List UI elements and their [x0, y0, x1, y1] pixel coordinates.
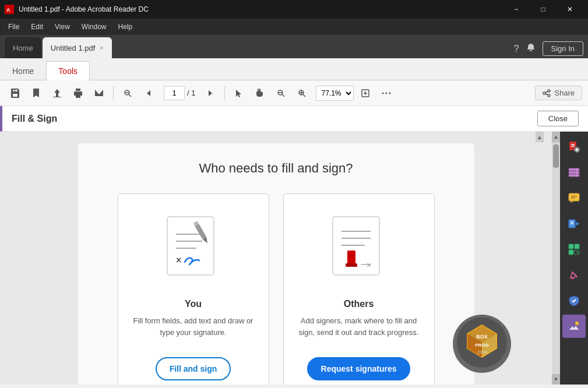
- notification-icon[interactable]: [526, 43, 536, 55]
- zoom-plus-button[interactable]: [293, 84, 311, 103]
- svg-rect-67: [569, 250, 573, 255]
- sidebar-layers[interactable]: [562, 161, 586, 184]
- menu-edit[interactable]: Edit: [25, 20, 49, 33]
- email-button[interactable]: [90, 84, 108, 103]
- toolbar-divider-2: [224, 86, 225, 100]
- close-fill-sign-button[interactable]: Close: [537, 111, 579, 126]
- svg-marker-6: [209, 90, 212, 96]
- fill-sign-title: Fill & Sign: [12, 114, 57, 124]
- content-area: ▲ Who needs to fill and sign?: [0, 132, 552, 385]
- nav-tab-home[interactable]: Home: [0, 61, 46, 80]
- menu-help[interactable]: Help: [112, 20, 139, 33]
- others-card: × Others Add signers, mark where to fill…: [283, 193, 435, 385]
- scroll-down-arrow[interactable]: ▼: [552, 374, 560, 385]
- sidebar-edit-send[interactable]: [562, 212, 586, 235]
- help-icon[interactable]: ?: [514, 44, 519, 54]
- nav-tabs: Home Tools: [0, 58, 588, 80]
- svg-marker-7: [236, 90, 241, 97]
- prev-page-button[interactable]: [139, 84, 158, 103]
- svg-point-18: [389, 92, 391, 94]
- watermark-badge: BOX PROG .COM: [453, 315, 511, 373]
- scrollbar[interactable]: ▲ ▼: [552, 132, 560, 385]
- print-button[interactable]: [69, 84, 87, 103]
- sidebar-export[interactable]: [562, 315, 586, 338]
- right-sidebar: [560, 132, 588, 385]
- svg-rect-37: [346, 263, 357, 267]
- next-page-button[interactable]: [201, 84, 220, 103]
- menu-window[interactable]: Window: [76, 20, 112, 33]
- window-controls: − □ ✕: [503, 0, 583, 19]
- app-icon: A: [5, 5, 14, 14]
- sidebar-pdf-add[interactable]: [562, 135, 586, 158]
- more-tools-button[interactable]: [377, 84, 396, 103]
- svg-rect-54: [569, 168, 579, 171]
- fill-and-sign-button[interactable]: Fill and sign: [156, 357, 231, 380]
- svg-point-17: [386, 92, 388, 94]
- svg-line-69: [577, 251, 578, 253]
- who-title: Who needs to fill and sign?: [101, 161, 451, 176]
- svg-marker-59: [571, 201, 573, 203]
- scroll-up-arrow[interactable]: ▲: [552, 132, 560, 142]
- svg-line-12: [303, 94, 305, 97]
- svg-text:×: ×: [176, 255, 181, 265]
- svg-text:A: A: [6, 7, 10, 13]
- hand-tool-button[interactable]: [251, 84, 269, 103]
- cards-row: × You Fill form fields, add te: [101, 193, 451, 385]
- toolbar-divider-1: [113, 86, 114, 100]
- svg-point-21: [548, 94, 550, 97]
- sidebar-comment[interactable]: [562, 186, 586, 210]
- bookmark-button[interactable]: [27, 84, 45, 103]
- nav-tab-tools[interactable]: Tools: [46, 61, 90, 80]
- maximize-button[interactable]: □: [530, 0, 557, 19]
- zoom-out-button[interactable]: [118, 84, 137, 103]
- menu-file[interactable]: File: [2, 20, 25, 33]
- tab-close-icon[interactable]: ×: [100, 44, 103, 51]
- tab-bar-right: ? Sign In: [514, 41, 583, 58]
- minimize-button[interactable]: −: [503, 0, 530, 19]
- fit-page-button[interactable]: [356, 84, 375, 103]
- tab-home[interactable]: Home: [5, 37, 41, 58]
- you-card-title: You: [185, 299, 202, 309]
- sidebar-shield[interactable]: [562, 289, 586, 312]
- page-number-input[interactable]: 1: [164, 86, 185, 100]
- cursor-tool-button[interactable]: [230, 84, 248, 103]
- svg-line-22: [545, 94, 548, 95]
- you-card-desc: Fill form fields, add text and draw or t…: [132, 315, 255, 345]
- share-button[interactable]: Share: [535, 86, 582, 100]
- sidebar-grid-edit[interactable]: [562, 238, 586, 261]
- save-button[interactable]: [6, 84, 24, 103]
- svg-point-16: [382, 92, 384, 94]
- scroll-thumb[interactable]: [553, 144, 559, 168]
- svg-text:BOX: BOX: [476, 334, 488, 340]
- scroll-up[interactable]: ▲: [536, 132, 544, 142]
- svg-line-70: [572, 272, 577, 277]
- main-area: ▲ Who needs to fill and sign?: [0, 132, 588, 385]
- sidebar-pencil[interactable]: [562, 263, 586, 287]
- title-bar-left: A Untitled 1.pdf - Adobe Acrobat Reader …: [5, 5, 149, 14]
- svg-line-23: [545, 91, 548, 93]
- svg-rect-66: [575, 244, 579, 249]
- title-bar: A Untitled 1.pdf - Adobe Acrobat Reader …: [0, 0, 588, 19]
- menu-bar: File Edit View Window Help: [0, 19, 588, 35]
- toolbar: 1 / 1 77.1% 50% 100% 150% Share: [0, 80, 588, 106]
- tab-bar: Home Untitled 1.pdf × ? Sign In: [0, 35, 588, 58]
- svg-rect-55: [569, 171, 579, 174]
- upload-button[interactable]: [48, 84, 66, 103]
- tab-document[interactable]: Untitled 1.pdf ×: [43, 37, 112, 58]
- you-card: × You Fill form fields, add te: [118, 193, 269, 385]
- svg-rect-24: [167, 217, 214, 275]
- zoom-select[interactable]: 77.1% 50% 100% 150%: [316, 86, 354, 101]
- menu-view[interactable]: View: [49, 20, 76, 33]
- close-button[interactable]: ✕: [557, 0, 583, 19]
- app-title: Untitled 1.pdf - Adobe Acrobat Reader DC: [19, 5, 149, 13]
- page-input-group: 1 / 1: [164, 86, 195, 100]
- tab-home-label: Home: [13, 44, 33, 52]
- zoom-minus-button[interactable]: [272, 84, 290, 103]
- fill-sign-header: Fill & Sign Close: [0, 106, 588, 132]
- sign-in-button[interactable]: Sign In: [543, 41, 583, 56]
- svg-rect-58: [569, 193, 579, 201]
- request-signatures-button[interactable]: Request signatures: [307, 357, 411, 380]
- svg-line-3: [129, 94, 131, 97]
- svg-marker-5: [147, 90, 150, 96]
- tab-document-label: Untitled 1.pdf: [51, 44, 96, 52]
